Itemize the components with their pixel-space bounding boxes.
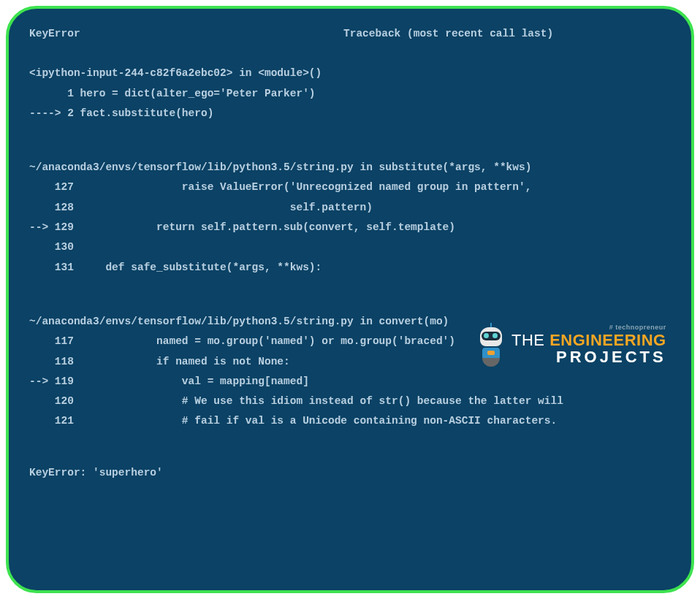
error-message: KeyError: 'superhero'	[29, 465, 671, 480]
watermark-text: # technopreneur THE ENGINEERING PROJECTS	[511, 324, 666, 365]
code-line: 121 # fail if val is a Unicode containin…	[29, 413, 671, 428]
final-error: KeyError: 'superhero'	[29, 465, 671, 480]
watermark-line2: PROJECTS	[511, 349, 666, 365]
code-line: 128 self.pattern)	[29, 200, 671, 215]
traceback-frame-2: ~/anaconda3/envs/tensorflow/lib/python3.…	[29, 160, 671, 275]
traceback-label: Traceback (most recent call last)	[343, 26, 671, 41]
code-line: 1 hero = dict(alter_ego='Peter Parker')	[29, 86, 671, 101]
code-line: 131 def safe_substitute(*args, **kws):	[29, 260, 671, 275]
code-line-arrow: ----> 2 fact.substitute(hero)	[29, 106, 671, 121]
traceback-header: KeyError Traceback (most recent call las…	[29, 26, 671, 41]
watermark-logo: # technopreneur THE ENGINEERING PROJECTS	[475, 318, 666, 371]
code-line-arrow: --> 129 return self.pattern.sub(convert,…	[29, 220, 671, 234]
watermark-line1: THE ENGINEERING	[511, 332, 666, 348]
code-line: 120 # We use this idiom instead of str()…	[29, 394, 671, 408]
frame-location: <ipython-input-244-c82f6a2ebc02> in <mod…	[29, 66, 671, 80]
watermark-hashtag: # technopreneur	[511, 324, 666, 331]
code-line: 130	[29, 240, 671, 254]
code-line: 127 raise ValueError('Unrecognized named…	[29, 180, 671, 194]
traceback-terminal: KeyError Traceback (most recent call las…	[6, 6, 694, 593]
code-line-arrow: --> 119 val = mapping[named]	[29, 374, 671, 389]
robot-icon	[475, 324, 507, 365]
frame-location: ~/anaconda3/envs/tensorflow/lib/python3.…	[29, 160, 671, 175]
error-type: KeyError	[29, 26, 343, 41]
traceback-frame-1: <ipython-input-244-c82f6a2ebc02> in <mod…	[29, 66, 671, 121]
